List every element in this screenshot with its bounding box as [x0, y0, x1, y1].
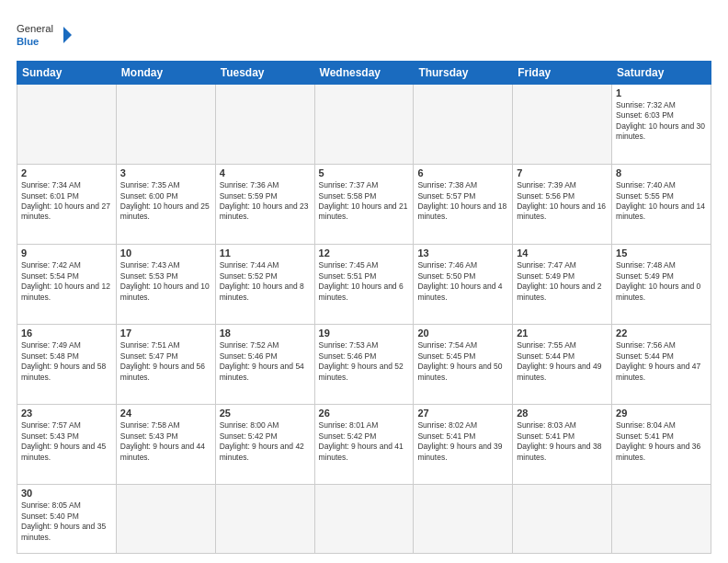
- svg-marker-2: [63, 27, 72, 43]
- calendar-cell: 21Sunrise: 7:55 AM Sunset: 5:44 PM Dayli…: [513, 325, 612, 405]
- day-number: 5: [319, 167, 410, 178]
- day-info: Sunrise: 7:43 AM Sunset: 5:53 PM Dayligh…: [120, 260, 211, 303]
- day-number: 3: [120, 167, 211, 178]
- day-info: Sunrise: 7:40 AM Sunset: 5:55 PM Dayligh…: [616, 180, 707, 223]
- day-info: Sunrise: 7:57 AM Sunset: 5:43 PM Dayligh…: [21, 420, 112, 463]
- day-info: Sunrise: 7:34 AM Sunset: 6:01 PM Dayligh…: [21, 180, 112, 223]
- day-info: Sunrise: 7:35 AM Sunset: 6:00 PM Dayligh…: [120, 180, 211, 223]
- svg-text:General: General: [17, 23, 53, 34]
- svg-text:Blue: Blue: [17, 36, 39, 47]
- day-number: 6: [417, 167, 508, 178]
- day-info: Sunrise: 7:56 AM Sunset: 5:44 PM Dayligh…: [616, 340, 707, 383]
- day-number: 14: [517, 247, 608, 259]
- calendar-cell: 18Sunrise: 7:52 AM Sunset: 5:46 PM Dayli…: [215, 325, 314, 405]
- calendar-cell: 29Sunrise: 8:04 AM Sunset: 5:41 PM Dayli…: [612, 405, 711, 485]
- week-row-5: 30Sunrise: 8:05 AM Sunset: 5:40 PM Dayli…: [17, 485, 711, 554]
- calendar-cell: 26Sunrise: 8:01 AM Sunset: 5:42 PM Dayli…: [314, 405, 414, 485]
- week-row-2: 9Sunrise: 7:42 AM Sunset: 5:54 PM Daylig…: [17, 245, 711, 325]
- day-info: Sunrise: 8:01 AM Sunset: 5:42 PM Dayligh…: [319, 420, 410, 463]
- day-number: 16: [21, 327, 112, 339]
- calendar-cell: 11Sunrise: 7:44 AM Sunset: 5:52 PM Dayli…: [215, 245, 314, 325]
- calendar-cell: 14Sunrise: 7:47 AM Sunset: 5:49 PM Dayli…: [513, 245, 612, 325]
- day-info: Sunrise: 7:58 AM Sunset: 5:43 PM Dayligh…: [120, 420, 211, 463]
- day-number: 21: [517, 327, 608, 339]
- calendar-cell: 4Sunrise: 7:36 AM Sunset: 5:59 PM Daylig…: [215, 165, 314, 245]
- calendar-cell: [414, 85, 513, 165]
- page-header: General Blue: [17, 17, 711, 53]
- calendar-cell: 17Sunrise: 7:51 AM Sunset: 5:47 PM Dayli…: [116, 325, 215, 405]
- day-info: Sunrise: 8:05 AM Sunset: 5:40 PM Dayligh…: [21, 500, 112, 543]
- calendar-cell: 6Sunrise: 7:38 AM Sunset: 5:57 PM Daylig…: [414, 165, 513, 245]
- week-row-4: 23Sunrise: 7:57 AM Sunset: 5:43 PM Dayli…: [17, 405, 711, 485]
- day-number: 19: [319, 327, 410, 339]
- day-info: Sunrise: 7:39 AM Sunset: 5:56 PM Dayligh…: [517, 180, 608, 223]
- calendar-cell: 25Sunrise: 8:00 AM Sunset: 5:42 PM Dayli…: [215, 405, 314, 485]
- calendar-cell: [17, 85, 117, 165]
- day-info: Sunrise: 7:38 AM Sunset: 5:57 PM Dayligh…: [417, 180, 508, 223]
- day-number: 30: [21, 488, 112, 499]
- weekday-wednesday: Wednesday: [314, 62, 414, 85]
- day-number: 12: [319, 247, 410, 259]
- weekday-friday: Friday: [513, 62, 612, 85]
- calendar-cell: 15Sunrise: 7:48 AM Sunset: 5:49 PM Dayli…: [612, 245, 711, 325]
- day-info: Sunrise: 7:46 AM Sunset: 5:50 PM Dayligh…: [417, 260, 508, 303]
- day-number: 2: [21, 167, 112, 178]
- calendar-cell: [513, 485, 612, 554]
- day-info: Sunrise: 7:51 AM Sunset: 5:47 PM Dayligh…: [120, 340, 211, 383]
- calendar-cell: [612, 485, 711, 554]
- day-number: 1: [616, 87, 707, 98]
- day-number: 10: [120, 247, 211, 259]
- day-number: 9: [21, 247, 112, 259]
- logo: General Blue: [17, 17, 72, 53]
- day-number: 22: [616, 327, 707, 339]
- calendar-cell: [314, 85, 414, 165]
- calendar-cell: 5Sunrise: 7:37 AM Sunset: 5:58 PM Daylig…: [314, 165, 414, 245]
- calendar-cell: [215, 485, 314, 554]
- calendar-cell: 3Sunrise: 7:35 AM Sunset: 6:00 PM Daylig…: [116, 165, 215, 245]
- day-number: 29: [616, 408, 707, 419]
- weekday-monday: Monday: [116, 62, 215, 85]
- week-row-1: 2Sunrise: 7:34 AM Sunset: 6:01 PM Daylig…: [17, 165, 711, 245]
- calendar-cell: 10Sunrise: 7:43 AM Sunset: 5:53 PM Dayli…: [116, 245, 215, 325]
- logo-svg: General Blue: [17, 17, 72, 53]
- weekday-tuesday: Tuesday: [215, 62, 314, 85]
- calendar-cell: 13Sunrise: 7:46 AM Sunset: 5:50 PM Dayli…: [414, 245, 513, 325]
- day-info: Sunrise: 7:52 AM Sunset: 5:46 PM Dayligh…: [220, 340, 311, 383]
- calendar-cell: [314, 485, 414, 554]
- day-number: 8: [616, 167, 707, 178]
- day-info: Sunrise: 7:48 AM Sunset: 5:49 PM Dayligh…: [616, 260, 707, 303]
- weekday-thursday: Thursday: [414, 62, 513, 85]
- day-number: 4: [220, 167, 311, 178]
- day-info: Sunrise: 7:45 AM Sunset: 5:51 PM Dayligh…: [319, 260, 410, 303]
- day-number: 23: [21, 408, 112, 419]
- calendar-cell: 24Sunrise: 7:58 AM Sunset: 5:43 PM Dayli…: [116, 405, 215, 485]
- day-info: Sunrise: 7:55 AM Sunset: 5:44 PM Dayligh…: [517, 340, 608, 383]
- day-number: 7: [517, 167, 608, 178]
- day-info: Sunrise: 7:32 AM Sunset: 6:03 PM Dayligh…: [616, 100, 707, 143]
- calendar-cell: [414, 485, 513, 554]
- calendar-table: SundayMondayTuesdayWednesdayThursdayFrid…: [17, 61, 711, 554]
- calendar-cell: 12Sunrise: 7:45 AM Sunset: 5:51 PM Dayli…: [314, 245, 414, 325]
- day-number: 20: [417, 327, 508, 339]
- day-info: Sunrise: 7:37 AM Sunset: 5:58 PM Dayligh…: [319, 180, 410, 223]
- day-number: 26: [319, 408, 410, 419]
- day-number: 17: [120, 327, 211, 339]
- day-info: Sunrise: 7:42 AM Sunset: 5:54 PM Dayligh…: [21, 260, 112, 303]
- day-info: Sunrise: 8:02 AM Sunset: 5:41 PM Dayligh…: [417, 420, 508, 463]
- day-number: 13: [417, 247, 508, 259]
- day-info: Sunrise: 8:03 AM Sunset: 5:41 PM Dayligh…: [517, 420, 608, 463]
- calendar-cell: 1Sunrise: 7:32 AM Sunset: 6:03 PM Daylig…: [612, 85, 711, 165]
- calendar-cell: 30Sunrise: 8:05 AM Sunset: 5:40 PM Dayli…: [17, 485, 117, 554]
- day-info: Sunrise: 8:04 AM Sunset: 5:41 PM Dayligh…: [616, 420, 707, 463]
- calendar-cell: 23Sunrise: 7:57 AM Sunset: 5:43 PM Dayli…: [17, 405, 117, 485]
- week-row-3: 16Sunrise: 7:49 AM Sunset: 5:48 PM Dayli…: [17, 325, 711, 405]
- calendar-cell: 2Sunrise: 7:34 AM Sunset: 6:01 PM Daylig…: [17, 165, 117, 245]
- calendar-cell: [116, 85, 215, 165]
- calendar-cell: 20Sunrise: 7:54 AM Sunset: 5:45 PM Dayli…: [414, 325, 513, 405]
- day-number: 11: [220, 247, 311, 259]
- day-info: Sunrise: 7:36 AM Sunset: 5:59 PM Dayligh…: [220, 180, 311, 223]
- calendar-cell: 8Sunrise: 7:40 AM Sunset: 5:55 PM Daylig…: [612, 165, 711, 245]
- day-info: Sunrise: 7:44 AM Sunset: 5:52 PM Dayligh…: [220, 260, 311, 303]
- weekday-sunday: Sunday: [17, 62, 117, 85]
- calendar-cell: 16Sunrise: 7:49 AM Sunset: 5:48 PM Dayli…: [17, 325, 117, 405]
